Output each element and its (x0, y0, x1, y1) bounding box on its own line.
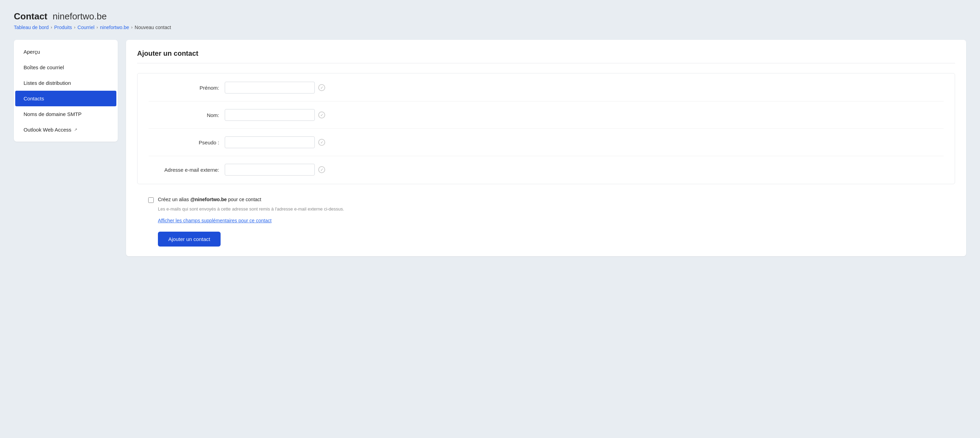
validate-icon-nom: ✓ (318, 111, 325, 118)
sidebar-item-listes[interactable]: Listes de distribution (15, 75, 116, 91)
label-pseudo: Pseudo : (148, 140, 225, 145)
form-row-pseudo: Pseudo : ✓ (148, 136, 943, 156)
breadcrumb-link-4[interactable]: ninefortwo.be (100, 25, 129, 30)
validate-icon-email: ✓ (318, 166, 325, 173)
breadcrumb: Tableau de bord › Produits › Courriel › … (14, 25, 966, 30)
extra-fields-link[interactable]: Afficher les champs supplémentaires pour… (158, 218, 944, 223)
alias-section: Créez un alias @ninefortwo.be pour ce co… (137, 191, 955, 247)
breadcrumb-link-2[interactable]: Produits (54, 25, 72, 30)
alias-checkbox[interactable] (148, 197, 154, 203)
form-row-email: Adresse e-mail externe: ✓ (148, 164, 943, 175)
alias-hint: Les e-mails qui sont envoyés à cette adr… (158, 206, 944, 212)
form-title: Ajouter un contact (137, 49, 955, 64)
sidebar-item-contacts[interactable]: Contacts (15, 91, 116, 106)
input-email[interactable] (225, 164, 315, 175)
page-title: Contact ninefortwo.be (14, 11, 966, 22)
sidebar-item-apercu[interactable]: Aperçu (15, 44, 116, 59)
input-prenom[interactable] (225, 82, 315, 94)
sidebar-item-label-contacts: Contacts (24, 96, 44, 102)
form-fields-section: Prénom: ✓ Nom: ✓ Pseudo : ✓ (137, 73, 955, 184)
form-row-nom: Nom: ✓ (148, 109, 943, 129)
breadcrumb-link-3[interactable]: Courriel (78, 25, 94, 30)
page-header: Contact ninefortwo.be Tableau de bord › … (14, 11, 966, 30)
sidebar-item-label-boites: Boîtes de courriel (24, 64, 64, 70)
breadcrumb-link-1[interactable]: Tableau de bord (14, 25, 48, 30)
sidebar-item-owa[interactable]: Outlook Web Access ↗ (15, 122, 116, 137)
sidebar-item-label-apercu: Aperçu (24, 49, 40, 55)
alias-row: Créez un alias @ninefortwo.be pour ce co… (148, 197, 944, 203)
label-email: Adresse e-mail externe: (148, 167, 225, 173)
alias-label: Créez un alias @ninefortwo.be pour ce co… (158, 197, 261, 202)
sidebar-item-label-listes: Listes de distribution (24, 80, 71, 86)
validate-icon-prenom: ✓ (318, 84, 325, 91)
submit-row: Ajouter un contact (158, 232, 944, 247)
label-prenom: Prénom: (148, 85, 225, 91)
sidebar-item-boites[interactable]: Boîtes de courriel (15, 59, 116, 75)
sidebar: Aperçu Boîtes de courriel Listes de dist… (14, 40, 118, 142)
label-nom: Nom: (148, 112, 225, 118)
submit-button[interactable]: Ajouter un contact (158, 232, 221, 247)
external-link-icon: ↗ (74, 127, 77, 132)
sidebar-item-label-owa: Outlook Web Access (24, 127, 72, 132)
form-row-prenom: Prénom: ✓ (148, 82, 943, 102)
main-panel: Ajouter un contact Prénom: ✓ Nom: ✓ (126, 40, 966, 256)
validate-icon-pseudo: ✓ (318, 139, 325, 146)
input-nom[interactable] (225, 109, 315, 121)
sidebar-item-smtp[interactable]: Noms de domaine SMTP (15, 106, 116, 122)
breadcrumb-current: Nouveau contact (135, 25, 171, 30)
content-area: Aperçu Boîtes de courriel Listes de dist… (14, 40, 966, 256)
sidebar-item-label-smtp: Noms de domaine SMTP (24, 111, 82, 117)
input-pseudo[interactable] (225, 136, 315, 148)
